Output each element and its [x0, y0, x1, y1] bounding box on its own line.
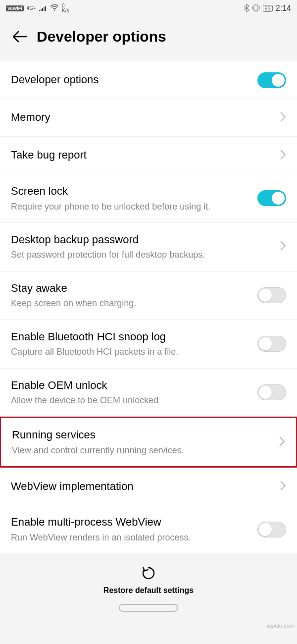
vowifi-badge: VoWiFi	[6, 5, 24, 11]
screen-lock-toggle[interactable]	[257, 190, 286, 206]
battery-indicator: 93	[263, 5, 273, 12]
clock: 2:14	[276, 4, 291, 13]
status-left: VoWiFi 4G+ 0K/s	[6, 3, 69, 13]
row-subtitle: Allow the device to be OEM unlocked	[11, 394, 249, 406]
back-button[interactable]	[10, 27, 30, 47]
row-subtitle: Require your phone to be unlocked before…	[11, 201, 249, 213]
row-subtitle: Set password protection for full desktop…	[11, 249, 271, 261]
status-right: 93 2:14	[244, 4, 291, 13]
row-title: Stay awake	[11, 281, 249, 296]
row-memory[interactable]: Memory	[0, 99, 297, 137]
back-arrow-icon	[12, 29, 27, 44]
row-desktop-backup-password[interactable]: Desktop backup password Set password pro…	[0, 223, 297, 271]
row-multi-process-webview[interactable]: Enable multi-process WebView Run WebView…	[0, 505, 297, 553]
row-title: Enable multi-process WebView	[11, 515, 249, 530]
home-indicator[interactable]	[119, 604, 178, 612]
multi-process-webview-toggle[interactable]	[257, 522, 286, 537]
row-webview-implementation[interactable]: WebView implementation	[0, 468, 297, 505]
restore-label: Restore default settings	[103, 586, 194, 595]
wifi-icon	[50, 4, 59, 13]
row-subtitle: Capture all Bluetooth HCI packets in a f…	[11, 346, 249, 358]
status-bar: VoWiFi 4G+ 0K/s 93 2:14	[0, 0, 297, 17]
row-title: Enable OEM unlock	[11, 378, 249, 393]
row-title: Screen lock	[11, 184, 249, 199]
row-oem-unlock[interactable]: Enable OEM unlock Allow the device to be…	[0, 369, 297, 417]
restore-default-button[interactable]: Restore default settings	[103, 565, 194, 595]
watermark: wsxdn.com	[0, 622, 297, 630]
chevron-right-icon	[279, 149, 286, 162]
row-hci-snoop-log[interactable]: Enable Bluetooth HCI snoop log Capture a…	[0, 320, 297, 369]
chevron-right-icon	[279, 240, 286, 253]
row-title: Enable Bluetooth HCI snoop log	[11, 330, 249, 344]
bluetooth-icon	[244, 4, 249, 13]
row-stay-awake[interactable]: Stay awake Keep screen on when charging.	[0, 271, 297, 320]
page-title: Developer options	[37, 28, 166, 45]
net-speed: 0K/s	[62, 3, 69, 13]
hci-snoop-toggle[interactable]	[257, 336, 286, 352]
row-title: Memory	[11, 110, 271, 125]
row-title: Running services	[12, 428, 270, 442]
oem-unlock-toggle[interactable]	[257, 384, 286, 400]
row-subtitle: Keep screen on when charging.	[11, 297, 249, 309]
row-title: Take bug report	[11, 148, 271, 162]
vibrate-icon	[252, 4, 260, 13]
row-screen-lock[interactable]: Screen lock Require your phone to be unl…	[0, 174, 297, 223]
footer-bar: Restore default settings	[0, 553, 297, 622]
row-developer-options[interactable]: Developer options	[0, 61, 297, 99]
stay-awake-toggle[interactable]	[257, 287, 286, 303]
svg-point-0	[54, 9, 55, 11]
row-running-services[interactable]: Running services View and control curren…	[0, 417, 297, 468]
signal-icon	[39, 4, 47, 12]
svg-rect-1	[254, 5, 258, 11]
chevron-right-icon	[278, 436, 285, 449]
row-title: Desktop backup password	[11, 233, 271, 247]
network-type: 4G+	[27, 6, 36, 11]
row-subtitle: Run WebView renders in an isolated proce…	[11, 532, 249, 543]
chevron-right-icon	[279, 480, 286, 493]
settings-list: Developer options Memory Take bug report…	[0, 61, 297, 553]
row-subtitle: View and control currently running servi…	[12, 444, 270, 456]
developer-options-toggle[interactable]	[257, 72, 286, 88]
chevron-right-icon	[279, 111, 286, 124]
row-title: WebView implementation	[11, 480, 271, 494]
row-bug-report[interactable]: Take bug report	[0, 137, 297, 174]
restore-icon	[141, 565, 156, 583]
row-title: Developer options	[11, 73, 249, 87]
app-header: Developer options	[0, 17, 297, 61]
